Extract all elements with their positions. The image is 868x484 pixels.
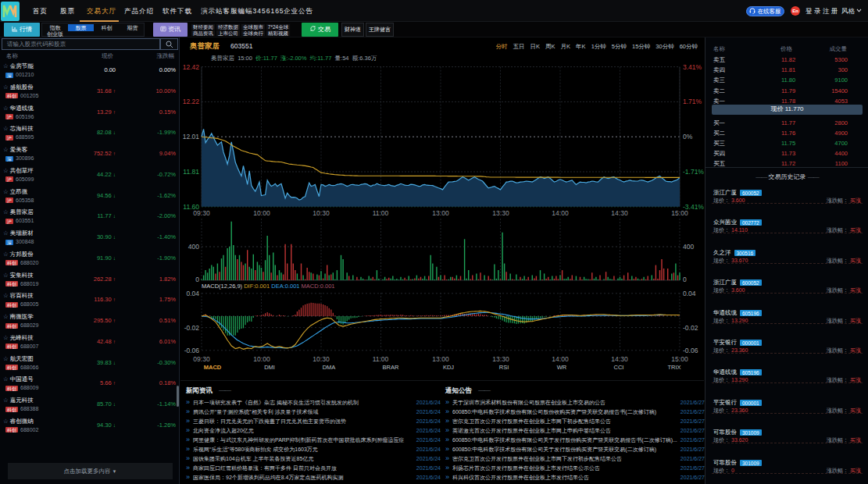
svg-text:13:00: 13:00 [432,355,449,363]
svg-text:0.04: 0.04 [186,290,199,297]
svg-text:09:30: 09:30 [193,355,210,363]
svg-text:11:00: 11:00 [373,209,389,217]
svg-text:1.71%: 1.71% [683,98,702,105]
svg-text:11.81: 11.81 [183,168,199,176]
svg-text:13:30: 13:30 [492,209,509,217]
svg-text:0%: 0% [683,133,693,141]
svg-text:13:30: 13:30 [492,355,509,363]
svg-text:0.04: 0.04 [683,290,696,297]
svg-text:15:00: 15:00 [671,209,688,217]
svg-text:3.41%: 3.41% [683,63,702,71]
svg-text:12.01: 12.01 [183,133,200,141]
svg-text:400: 400 [188,243,199,251]
svg-text:-0.02: -0.02 [184,324,200,332]
svg-text:-0.06: -0.06 [184,347,200,354]
svg-text:-0.06: -0.06 [683,347,698,354]
svg-text:12.22: 12.22 [183,98,200,105]
svg-text:0: 0 [195,276,199,283]
svg-text:10:30: 10:30 [313,355,330,363]
svg-text:15:00: 15:00 [671,355,688,363]
svg-text:-0.02: -0.02 [683,324,698,332]
svg-text:0: 0 [683,276,687,283]
svg-text:09:30: 09:30 [193,209,210,217]
svg-text:12.42: 12.42 [183,63,200,71]
svg-text:10:00: 10:00 [253,355,270,363]
svg-text:400: 400 [683,243,694,251]
svg-text:-1.71%: -1.71% [683,168,704,176]
svg-text:14:00: 14:00 [552,355,569,363]
svg-text:13:00: 13:00 [432,209,449,217]
svg-text:14:00: 14:00 [552,209,569,217]
svg-text:11:00: 11:00 [373,355,389,363]
svg-text:10:30: 10:30 [313,209,330,217]
svg-text:14:30: 14:30 [611,355,628,363]
svg-text:14:30: 14:30 [611,209,628,217]
svg-text:10:00: 10:00 [253,209,270,217]
